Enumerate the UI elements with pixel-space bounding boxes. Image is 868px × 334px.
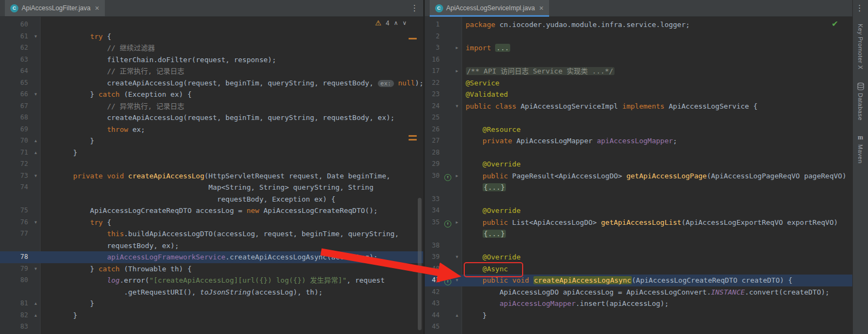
warning-count[interactable]: 4 xyxy=(386,19,390,27)
code-token-p[interactable] xyxy=(466,206,483,215)
code-token-a[interactable]: @Override xyxy=(483,160,520,168)
code-text[interactable]: {...} xyxy=(462,228,853,240)
line-number[interactable]: 25 xyxy=(425,112,443,124)
code-token-p[interactable]: (Exception ex) { xyxy=(119,90,191,98)
line-number[interactable]: 64 xyxy=(0,65,31,77)
code-token-p[interactable] xyxy=(394,79,398,87)
line-number[interactable]: 83 xyxy=(0,321,31,333)
code-token-p[interactable]: .insert(apiAccessLog); xyxy=(576,299,669,308)
code-token-p[interactable] xyxy=(466,218,483,226)
line-number[interactable]: 82 xyxy=(0,310,31,322)
code-text[interactable]: } xyxy=(40,135,423,147)
next-problem-icon[interactable]: ∨ xyxy=(402,19,406,26)
code-token-p[interactable] xyxy=(56,102,107,110)
code-token-p[interactable] xyxy=(56,230,107,238)
code-token-p[interactable] xyxy=(103,172,107,180)
code-token-p[interactable]: { xyxy=(103,32,111,41)
code-token-k[interactable]: catch xyxy=(98,90,119,98)
code-token-p[interactable]: ApiAccessLogServiceImpl xyxy=(516,102,622,110)
code-token-fd[interactable]: {...} xyxy=(483,183,506,191)
code-token-str[interactable]: "[createApiAccessLog][url({}) log({}) 发生… xyxy=(149,276,346,284)
code-text[interactable] xyxy=(462,321,853,333)
code-token-c[interactable]: // 正常执行, 记录日志 xyxy=(107,67,184,75)
code-token-p[interactable] xyxy=(56,253,107,261)
inspections-ok-icon[interactable]: ✔ xyxy=(831,19,838,29)
line-number[interactable]: 3 xyxy=(425,42,443,54)
code-token-k[interactable]: void xyxy=(107,172,124,180)
line-number[interactable]: 72 xyxy=(0,158,31,170)
code-token-fc[interactable]: /** API 访问日志 Service 实现类 ...*/ xyxy=(466,67,615,75)
error-stripe-warning-mark[interactable] xyxy=(409,38,417,39)
line-number[interactable]: 81 xyxy=(0,298,31,310)
line-number[interactable]: 71 xyxy=(0,147,31,159)
code-token-a[interactable]: @Service xyxy=(466,79,500,87)
code-text[interactable]: requestBody, ex); xyxy=(40,240,423,252)
line-number[interactable]: 63 xyxy=(0,54,31,66)
code-text[interactable]: } catch (Exception ex) { xyxy=(40,89,423,101)
code-text[interactable]: package cn.iocoder.yudao.module.infra.se… xyxy=(462,19,853,31)
code-text[interactable] xyxy=(40,19,423,31)
code-text[interactable]: @Resource xyxy=(462,124,853,136)
code-text[interactable] xyxy=(462,147,853,159)
line-number[interactable]: 60 xyxy=(0,19,31,31)
line-number[interactable]: 27 xyxy=(425,135,443,147)
close-icon[interactable]: × xyxy=(95,4,99,12)
code-token-p[interactable] xyxy=(56,67,107,75)
fold-marker-icon[interactable]: ▴ xyxy=(31,298,40,310)
code-text[interactable]: } xyxy=(40,147,423,159)
code-token-p[interactable]: (HttpServletRequest request, Date beginT… xyxy=(204,172,390,180)
code-token-pi[interactable]: toJsonString xyxy=(200,288,251,296)
fold-marker-icon[interactable]: ▾ xyxy=(31,217,40,229)
code-token-p[interactable]: } xyxy=(56,149,77,157)
code-token-p[interactable] xyxy=(56,172,73,180)
code-token-f[interactable]: apiAccessLogMapper xyxy=(597,137,673,145)
line-number[interactable]: 29 xyxy=(425,158,443,170)
code-token-a[interactable]: @Override xyxy=(483,253,520,261)
line-number[interactable]: 77 xyxy=(0,228,31,240)
override-method-icon[interactable]: ↑ xyxy=(443,275,453,286)
fold-marker-icon[interactable]: ▸ xyxy=(453,170,462,182)
code-token-p[interactable]: cn.iocoder.yudao.module.infra.service.lo… xyxy=(495,21,690,29)
line-number[interactable]: 44 xyxy=(425,310,443,322)
line-number[interactable]: 73 xyxy=(0,170,31,182)
code-text[interactable]: log.error("[createApiAccessLog][url({}) … xyxy=(40,275,423,286)
code-text[interactable]: } xyxy=(40,310,423,322)
fold-marker-icon[interactable]: ▴ xyxy=(31,310,40,322)
code-token-p[interactable] xyxy=(466,172,483,180)
code-token-p[interactable]: (ApiAccessLogPageReqVO pageReqVO) xyxy=(707,172,846,180)
line-number[interactable]: 39 xyxy=(425,251,443,263)
code-token-k[interactable]: import xyxy=(466,44,491,52)
line-number[interactable]: 34 xyxy=(425,205,443,217)
code-token-p[interactable]: .getRequestURI(), xyxy=(56,288,200,296)
code-token-p[interactable] xyxy=(529,276,533,284)
fold-marker-icon[interactable]: ▴ xyxy=(31,147,40,159)
code-text[interactable]: public PageResult<ApiAccessLogDO> getApi… xyxy=(462,170,853,182)
code-token-p[interactable]: ex; xyxy=(128,125,145,133)
close-icon[interactable]: × xyxy=(539,4,544,12)
code-text[interactable]: // 继续过滤器 xyxy=(40,42,423,54)
code-token-p[interactable] xyxy=(466,230,483,238)
line-number[interactable]: 65 xyxy=(0,77,31,89)
code-text[interactable]: apiAccessLogFrameworkService.createApiAc… xyxy=(40,251,423,263)
code-text[interactable]: private void createApiAccessLog(HttpServ… xyxy=(40,170,423,182)
code-token-p[interactable]: .buildApiAccessLogDTO(accessLog, request… xyxy=(124,230,399,238)
code-text[interactable]: // 正常执行, 记录日志 xyxy=(40,65,423,77)
code-token-mh[interactable]: createApiAccessLogAsync xyxy=(533,276,632,284)
line-number[interactable]: 2 xyxy=(425,31,443,43)
code-token-k[interactable]: new xyxy=(246,206,259,215)
code-text[interactable]: import ... xyxy=(462,42,853,54)
fold-marker-icon[interactable]: ▾ xyxy=(31,170,40,182)
code-token-ci[interactable]: INSTANCE xyxy=(711,288,745,296)
line-number[interactable]: 80 xyxy=(0,275,31,286)
code-token-p[interactable] xyxy=(466,265,483,273)
code-token-p[interactable]: , request xyxy=(346,276,384,284)
code-token-p[interactable] xyxy=(124,172,128,180)
code-token-p[interactable]: } xyxy=(56,311,77,319)
line-number[interactable]: 66 xyxy=(0,89,31,101)
code-text[interactable]: @Override xyxy=(462,251,853,263)
code-text[interactable]: Map<String, String> queryString, String xyxy=(40,182,423,193)
code-token-p[interactable]: ApiAccessLogMapper xyxy=(512,137,597,145)
code-token-p[interactable]: ApiAccessLogService { xyxy=(664,102,757,110)
line-number[interactable]: 76 xyxy=(0,217,31,229)
code-token-p[interactable]: createApiAccessLog(request, beginTim, qu… xyxy=(56,79,378,87)
